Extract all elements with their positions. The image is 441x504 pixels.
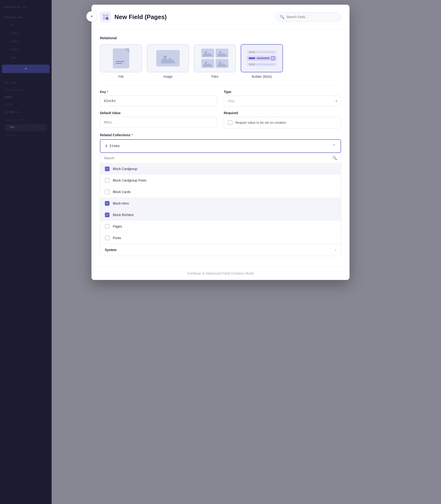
related-collections-required-star: * (131, 133, 133, 137)
key-required-star: * (107, 90, 108, 94)
collection-item-label: Block Cardgroup Posts (113, 179, 146, 182)
chevron-right-icon: › (335, 248, 336, 252)
files-preview (201, 49, 228, 68)
field-card-builder-image: ✎ (241, 44, 283, 72)
close-button[interactable]: × (86, 11, 97, 22)
search-box[interactable]: 🔍 (275, 12, 341, 22)
system-section[interactable]: System › (100, 244, 341, 256)
chevron-up-icon: ⌃ (332, 144, 336, 149)
field-card-file-label: File (118, 75, 124, 78)
builder-row-3 (247, 63, 277, 66)
continue-link[interactable]: Continue in Advanced Field Creation Mode (187, 271, 254, 275)
collection-item-label: Block Richtext (113, 213, 134, 217)
modal-title: New Field (Pages) (114, 13, 167, 21)
default-value-label: Default Value (100, 111, 217, 115)
svg-rect-2 (103, 17, 105, 20)
required-checkbox[interactable] (228, 120, 233, 125)
checkbox-block-cardgroup: ✓ (105, 167, 110, 171)
collection-item-block-cardgroup[interactable]: ✓ Block Cardgroup (100, 163, 341, 175)
svg-rect-1 (106, 14, 108, 17)
related-collections-section: Related Collections * 3 Items ⌃ 🔍 ✓ (100, 133, 341, 256)
modal-icon (100, 11, 111, 23)
required-checkbox-area[interactable]: Require value to be set on creation (224, 117, 341, 129)
collections-dropdown-panel: 🔍 ✓ Block Cardgroup Block Cardgroup Post… (100, 153, 341, 256)
field-type-files[interactable]: Files (194, 44, 236, 78)
form-group-required: Required Require value to be set on crea… (224, 111, 341, 129)
collection-item-posts[interactable]: Posts (100, 232, 341, 244)
checkbox-block-cardgroup-posts (105, 178, 110, 183)
builder-edit-icon: ✎ (271, 56, 275, 60)
type-select[interactable]: Alias (224, 96, 341, 106)
svg-rect-0 (103, 14, 105, 17)
image-preview (156, 50, 180, 67)
collection-item-label: Block Cards (113, 190, 130, 194)
collection-item-block-cards[interactable]: Block Cards (100, 186, 341, 198)
field-card-file-image (100, 44, 142, 72)
field-card-image-image (147, 44, 189, 72)
field-type-cards: File Image (100, 44, 341, 78)
relational-section-label: Relational (100, 36, 341, 40)
form-group-default-value: Default Value (100, 111, 217, 129)
collection-item-pages[interactable]: Pages (100, 221, 341, 232)
file-icon (113, 48, 129, 68)
collection-item-label: Block Hero (113, 202, 129, 205)
field-card-builder-label: Builder (M2A) (252, 75, 272, 78)
collections-search-icon: 🔍 (332, 156, 337, 160)
form-group-key: Key * (100, 90, 217, 106)
collection-item-label: Posts (113, 236, 121, 240)
key-label: Key * (100, 90, 217, 94)
svg-rect-3 (106, 17, 108, 20)
field-card-image-label: Image (163, 75, 173, 78)
related-collections-value: 3 Items (105, 144, 120, 148)
collection-item-label: Block Cardgroup (113, 167, 137, 171)
collections-search-box: 🔍 (100, 153, 341, 163)
key-input[interactable] (100, 96, 217, 106)
field-card-files-label: Files (211, 75, 218, 78)
default-value-input[interactable] (100, 117, 217, 128)
field-type-builder[interactable]: ✎ Builder (M2A) (241, 44, 283, 78)
modal-body: Relational File (92, 29, 349, 266)
checkbox-posts (105, 235, 110, 240)
new-field-modal: × New Field (Pages) 🔍 Relational (92, 5, 349, 280)
type-select-wrapper: Alias ▾ (224, 96, 341, 106)
field-type-image[interactable]: Image (147, 44, 189, 78)
collection-item-block-cardgroup-posts[interactable]: Block Cardgroup Posts (100, 175, 341, 186)
checkbox-block-richtext: ✓ (105, 213, 110, 217)
collections-search-input[interactable] (104, 156, 331, 160)
search-icon: 🔍 (280, 15, 284, 19)
checkbox-block-hero: ✓ (105, 201, 110, 206)
form-row-default-required: Default Value Required Require value to … (100, 111, 341, 129)
related-collections-label: Related Collections * (100, 133, 341, 137)
section-divider-1 (100, 85, 341, 85)
builder-preview: ✎ (244, 48, 280, 69)
required-checkbox-text: Require value to be set on creation (235, 121, 286, 124)
field-card-files-image (194, 44, 236, 72)
type-label: Type (224, 90, 341, 94)
collection-item-block-hero[interactable]: ✓ Block Hero (100, 198, 341, 209)
related-collections-dropdown[interactable]: 3 Items ⌃ (100, 139, 341, 153)
modal-footer: Continue in Advanced Field Creation Mode (92, 266, 349, 280)
required-label: Required (224, 111, 341, 115)
form-group-type: Type Alias ▾ (224, 90, 341, 106)
collection-item-label: Pages (113, 224, 122, 228)
collection-item-block-richtext[interactable]: ✓ Block Richtext (100, 209, 341, 221)
modal-header: New Field (Pages) 🔍 (92, 5, 349, 29)
checkbox-block-cards (105, 189, 110, 194)
builder-row-1 (247, 50, 277, 54)
checkbox-pages (105, 224, 110, 229)
search-input[interactable] (286, 15, 333, 19)
system-label: System (105, 248, 117, 252)
builder-row-2: ✎ (247, 55, 277, 61)
modal-title-area: New Field (Pages) (100, 11, 167, 23)
close-icon: × (90, 14, 93, 19)
form-row-key-type: Key * Type Alias ▾ (100, 90, 341, 106)
field-type-file[interactable]: File (100, 44, 142, 78)
